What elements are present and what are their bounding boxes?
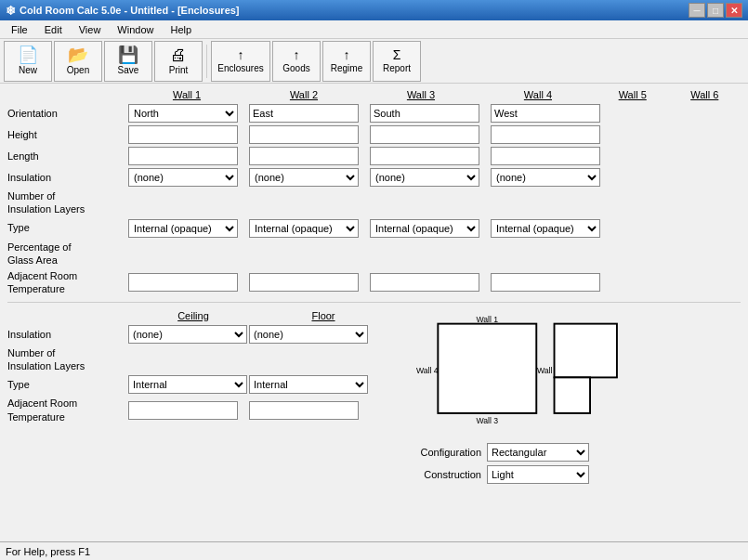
enclosures-button[interactable]: ↑ Enclosures <box>211 41 270 82</box>
wall2-insulation-select[interactable]: (none) <box>249 168 359 187</box>
main-content: Wall 1 Wall 2 Wall 3 Wall 4 Wall 5 Wall … <box>0 84 748 541</box>
wall2-height-input[interactable]: 2000 mm <box>249 125 359 144</box>
wall3-temp-cell: 0 °C <box>370 273 491 292</box>
wall2-orientation-input[interactable] <box>249 104 359 123</box>
wall2-header: Wall 2 <box>290 89 318 100</box>
right-panel: Wall 1 Wall 3 Wall 4 Wall 2 Configuratio… <box>407 310 741 484</box>
wall3-insulation-select[interactable]: (none) <box>370 168 479 187</box>
menu-file[interactable]: File <box>4 22 35 37</box>
wall1-length-input[interactable]: 2000 mm <box>128 147 238 165</box>
wall4-temp-cell: 0 °C <box>491 273 611 292</box>
regime-icon: ↑ <box>344 48 350 61</box>
wall2-temp-cell: 0 °C <box>249 273 370 292</box>
wall3-orientation-cell <box>370 104 491 123</box>
adj-temp-row: Adjacent Room Temperature 0 °C 0 °C 0 °C… <box>7 269 741 296</box>
ceiling-type-select[interactable]: Internal <box>128 375 247 394</box>
wall5-header: Wall 5 <box>619 89 647 100</box>
divider <box>7 302 741 303</box>
ceiling-insulation-cell: (none) <box>128 325 249 344</box>
wall4-temp-input[interactable]: 0 °C <box>491 273 600 292</box>
close-button[interactable]: ✕ <box>726 3 742 18</box>
configuration-label: Configuration <box>407 447 481 458</box>
length-row: Length 2000 mm 2000 mm 1000 mm 1000 mm <box>7 147 741 165</box>
cf-layers-row: Number of Insulation Layers <box>7 346 407 373</box>
adj-temp-label: Adjacent Room Temperature <box>7 269 128 296</box>
wall2-type-select[interactable]: Internal (opaque) <box>249 219 359 238</box>
goods-button[interactable]: ↑ Goods <box>272 41 321 82</box>
wall4-orientation-input[interactable] <box>491 104 600 123</box>
wall1-header: Wall 1 <box>173 89 201 100</box>
orientation-row: Orientation NorthEastSouthWest <box>7 104 741 123</box>
wall3-type-cell: Internal (opaque) <box>370 219 491 238</box>
regime-button[interactable]: ↑ Regime <box>322 41 371 82</box>
orientation-label: Orientation <box>7 107 128 120</box>
wall4-type-select[interactable]: Internal (opaque) <box>491 219 600 238</box>
wall1-insulation-select[interactable]: (none) <box>128 168 238 187</box>
wall3-temp-input[interactable]: 0 °C <box>370 273 479 292</box>
floor-temp-input[interactable]: 0 °C <box>249 401 359 420</box>
wall1-orientation-select[interactable]: NorthEastSouthWest <box>128 104 238 123</box>
status-text: For Help, press F1 <box>6 546 90 557</box>
ceiling-temp-input[interactable]: 0 °C <box>128 401 238 420</box>
wall2-length-input[interactable]: 2000 mm <box>249 147 359 165</box>
open-button[interactable]: 📂 Open <box>54 41 102 82</box>
glass-area-row: Percentage of Glass Area <box>7 241 741 267</box>
wall4-orientation-cell <box>491 104 611 123</box>
wall1-temp-input[interactable]: 0 °C <box>128 273 238 292</box>
status-bar: For Help, press F1 <box>0 541 748 560</box>
floor-header: Floor <box>311 310 335 321</box>
minimize-button[interactable]: ─ <box>689 3 705 18</box>
save-button[interactable]: 💾 Save <box>104 41 152 82</box>
wall4-length-cell: 1000 mm <box>491 147 611 165</box>
wall3-height-cell: 2000 mm <box>370 125 491 144</box>
height-label: Height <box>7 128 128 141</box>
construction-label: Construction <box>407 469 481 480</box>
save-label: Save <box>118 65 139 75</box>
menu-window[interactable]: Window <box>110 22 161 37</box>
app-icon: ❄ <box>6 4 16 18</box>
open-label: Open <box>67 65 89 75</box>
wall2-insulation-cell: (none) <box>249 168 370 187</box>
length-label: Length <box>7 150 128 163</box>
wall1-type-cell: Internal (opaque) <box>128 219 249 238</box>
wall4-height-input[interactable]: 2000 mm <box>491 125 600 144</box>
wall3-insulation-cell: (none) <box>370 168 491 187</box>
floor-insulation-select[interactable]: (none) <box>249 325 368 344</box>
wall1-type-select[interactable]: Internal (opaque) <box>128 219 238 238</box>
toolbar-separator-1 <box>206 45 207 78</box>
wall2-temp-input[interactable]: 0 °C <box>249 273 359 292</box>
wall3-type-select[interactable]: Internal (opaque) <box>370 219 479 238</box>
construction-select[interactable]: Light Medium Heavy <box>487 465 589 484</box>
wall2-orientation-cell <box>249 104 370 123</box>
floor-temp-cell: 0 °C <box>249 401 370 420</box>
regime-label: Regime <box>331 63 362 73</box>
wall3-height-input[interactable]: 2000 mm <box>370 125 479 144</box>
ceiling-temp-cell: 0 °C <box>128 401 249 420</box>
menu-view[interactable]: View <box>72 22 109 37</box>
bottom-section: Ceiling Floor Insulation (none) (none) <box>7 310 741 484</box>
wall3-orientation-input[interactable] <box>370 104 479 123</box>
ceiling-insulation-select[interactable]: (none) <box>128 325 247 344</box>
wall4-insulation-select[interactable]: (none) <box>491 168 600 187</box>
cf-header-row: Ceiling Floor <box>128 310 407 321</box>
floor-type-select[interactable]: Internal <box>249 375 368 394</box>
wall4-insulation-cell: (none) <box>491 168 611 187</box>
menu-edit[interactable]: Edit <box>37 22 70 37</box>
report-button[interactable]: Σ Report <box>373 41 421 82</box>
maximize-button[interactable]: □ <box>707 3 724 18</box>
wall1-insulation-cell: (none) <box>128 168 249 187</box>
report-label: Report <box>383 63 411 73</box>
diagram-wall1-label: Wall 1 <box>476 315 498 324</box>
menu-help[interactable]: Help <box>163 22 199 37</box>
wall4-header: Wall 4 <box>524 89 552 100</box>
wall1-orientation-cell: NorthEastSouthWest <box>128 104 249 123</box>
wall4-length-input[interactable]: 1000 mm <box>491 147 600 165</box>
wall1-height-input[interactable]: 2000 mm <box>128 125 238 144</box>
print-label: Print <box>169 65 189 75</box>
print-button[interactable]: 🖨 Print <box>154 41 203 82</box>
configuration-select[interactable]: Rectangular L-Shape T-Shape <box>487 443 589 462</box>
menu-bar: File Edit View Window Help <box>0 20 748 39</box>
wall2-length-cell: 2000 mm <box>249 147 370 165</box>
wall3-length-input[interactable]: 1000 mm <box>370 147 479 165</box>
new-button[interactable]: 📄 New <box>4 41 52 82</box>
